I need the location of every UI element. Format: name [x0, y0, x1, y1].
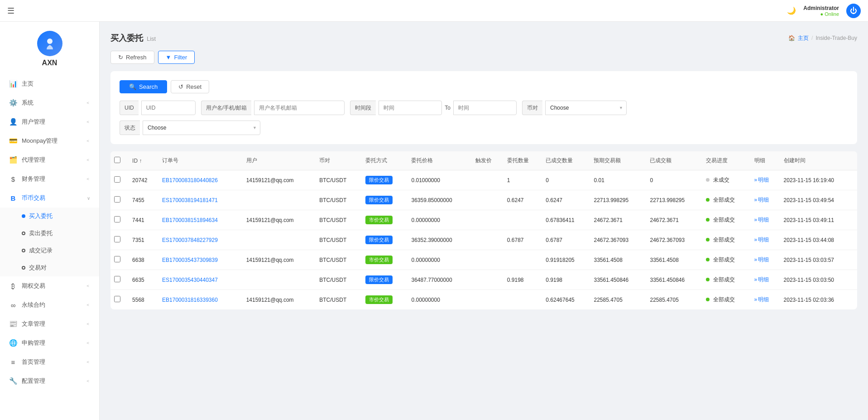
detail-link[interactable]: 明细	[754, 256, 769, 263]
detail-link[interactable]: 明细	[754, 177, 769, 183]
row-checkbox[interactable]	[114, 296, 120, 302]
row-filled-amount: 0.6787	[542, 230, 590, 250]
filter-row-1: UID 用户名/手机/邮箱 时间段 To 币对	[120, 101, 848, 115]
refresh-button[interactable]: ↻ Refresh	[110, 51, 154, 64]
row-price: 36359.85000000	[408, 190, 472, 210]
menu-toggle-icon[interactable]: ☰	[7, 6, 14, 16]
sidebar-item-trade-records[interactable]: 成交记录	[0, 242, 99, 259]
row-pair: BTC/USDT	[316, 270, 362, 290]
order-link[interactable]: ES1700035430440347	[162, 277, 218, 283]
topbar-left: ☰	[7, 6, 14, 16]
detail-link[interactable]: 明细	[754, 237, 769, 243]
row-checkbox[interactable]	[114, 176, 120, 183]
sidebar-item-system[interactable]: ⚙️ 系统 ＜	[0, 93, 99, 112]
date-from-input[interactable]	[379, 101, 442, 115]
reset-button[interactable]: ↺ Reset	[171, 80, 209, 93]
row-checkbox-cell	[110, 210, 129, 230]
row-trigger	[472, 250, 504, 270]
row-price: 36487.77000000	[408, 270, 472, 290]
sidebar-item-finance[interactable]: $ 财务管理 ＜	[0, 169, 99, 188]
power-button[interactable]: ⏻	[846, 4, 861, 18]
detail-link[interactable]: 明细	[754, 197, 769, 203]
order-link[interactable]: ES1700038194181471	[162, 197, 218, 203]
order-link[interactable]: EB1700035437309839	[162, 257, 218, 263]
sidebar-item-homepage[interactable]: ≡ 首页管理 ＜	[0, 352, 99, 372]
sidebar-item-article-label: 文章管理	[22, 320, 45, 328]
search-button[interactable]: 🔍 Search	[120, 80, 167, 93]
col-filled-amount: 已成交数量	[542, 151, 590, 170]
table-row: 7351 ES1700037848227929 BTC/USDT 限价交易 36…	[110, 230, 857, 250]
sidebar-item-subscribe[interactable]: 🌐 申购管理 ＜	[0, 333, 99, 352]
date-to-input[interactable]	[453, 101, 517, 115]
col-progress: 交易进度	[702, 151, 750, 170]
row-checkbox[interactable]	[114, 276, 120, 282]
subscribe-arrow-icon: ＜	[86, 340, 90, 346]
sidebar-item-user-mgmt[interactable]: 👤 用户管理 ＜	[0, 112, 99, 131]
type-badge: 限价交易	[365, 176, 393, 184]
topbar-right: 🌙 Administrator Online ⏻	[787, 4, 861, 18]
col-detail: 明细	[751, 151, 780, 170]
row-checkbox[interactable]	[114, 196, 120, 203]
perpetual-arrow-icon: ＜	[86, 302, 90, 308]
coin-trade-arrow-icon: ∨	[87, 196, 90, 201]
status-select[interactable]: Choose 未成交 全部成交 部分成交	[143, 121, 260, 135]
order-link[interactable]: EB1700031816339360	[162, 297, 218, 303]
sidebar-item-coin-trade-label: 币币交易	[22, 194, 45, 202]
sidebar-item-sell-order[interactable]: 卖出委托	[0, 225, 99, 242]
row-type: 市价交易	[362, 290, 408, 310]
breadcrumb-home-link[interactable]: 主页	[798, 34, 809, 42]
detail-link[interactable]: 明细	[754, 276, 769, 283]
select-all-checkbox[interactable]	[114, 157, 120, 163]
futures-icon: ₿	[9, 282, 17, 290]
progress-text: 全部成交	[713, 217, 735, 223]
sidebar-item-moonpay[interactable]: 💳 Moonpay管理 ＜	[0, 131, 99, 150]
sidebar-item-trade-pair[interactable]: 交易对	[0, 259, 99, 276]
breadcrumb-home-icon: 🏠	[788, 35, 795, 41]
detail-link[interactable]: 明细	[754, 217, 769, 223]
row-price: 36352.39000000	[408, 230, 472, 250]
page-title: 买入委托	[110, 33, 143, 43]
detail-link[interactable]: 明细	[754, 296, 769, 303]
sidebar-item-home[interactable]: 📊 主页	[0, 74, 99, 93]
search-icon: 🔍	[129, 83, 136, 90]
filter-icon: ▼	[166, 54, 172, 61]
row-checkbox[interactable]	[114, 236, 120, 242]
toolbar: ↻ Refresh ▼ Filter	[110, 51, 857, 64]
row-progress: 未成交	[702, 170, 750, 190]
sidebar-item-perpetual[interactable]: ∞ 永续合约 ＜	[0, 295, 99, 314]
filter-button[interactable]: ▼ Filter	[158, 51, 195, 64]
order-link[interactable]: EB1700038151894634	[162, 217, 218, 223]
col-id[interactable]: ID ↑	[129, 151, 158, 170]
user-input[interactable]	[254, 101, 345, 115]
pair-select[interactable]: Choose BTC/USDT ETH/USDT	[545, 101, 627, 115]
sidebar-item-buy-order[interactable]: 买入委托	[0, 208, 99, 225]
sidebar-item-config[interactable]: 🔧 配置管理 ＜	[0, 372, 99, 391]
row-amount	[504, 210, 542, 230]
buy-order-dot-icon	[22, 214, 25, 218]
row-id: 5568	[129, 290, 158, 310]
dark-mode-icon[interactable]: 🌙	[787, 6, 796, 15]
row-expected-vol: 33561.4508	[590, 250, 646, 270]
row-id: 6635	[129, 270, 158, 290]
uid-input[interactable]	[141, 101, 196, 115]
row-price: 0.00000000	[408, 250, 472, 270]
order-link[interactable]: EB1700083180440826	[162, 177, 218, 183]
col-price: 委托价格	[408, 151, 472, 170]
sidebar-item-agent[interactable]: 🗂️ 代理管理 ＜	[0, 150, 99, 169]
svg-point-0	[47, 39, 53, 44]
sidebar-item-buy-order-label: 买入委托	[29, 212, 53, 220]
progress-dot-icon	[706, 258, 710, 261]
row-checkbox-cell	[110, 270, 129, 290]
sidebar-item-article[interactable]: 📰 文章管理 ＜	[0, 314, 99, 333]
sidebar-item-futures-label: 期权交易	[22, 282, 45, 290]
row-type: 限价交易	[362, 230, 408, 250]
order-link[interactable]: ES1700037848227929	[162, 237, 218, 243]
row-checkbox[interactable]	[114, 256, 120, 262]
page-title-area: 买入委托 List	[110, 33, 156, 43]
row-checkbox[interactable]	[114, 216, 120, 222]
row-order-no: ES1700038194181471	[158, 190, 243, 210]
col-order-no: 订单号	[158, 151, 243, 170]
col-user: 用户	[243, 151, 316, 170]
sidebar-item-futures[interactable]: ₿ 期权交易 ＜	[0, 276, 99, 295]
sidebar-item-coin-trade[interactable]: B 币币交易 ∨	[0, 188, 99, 208]
